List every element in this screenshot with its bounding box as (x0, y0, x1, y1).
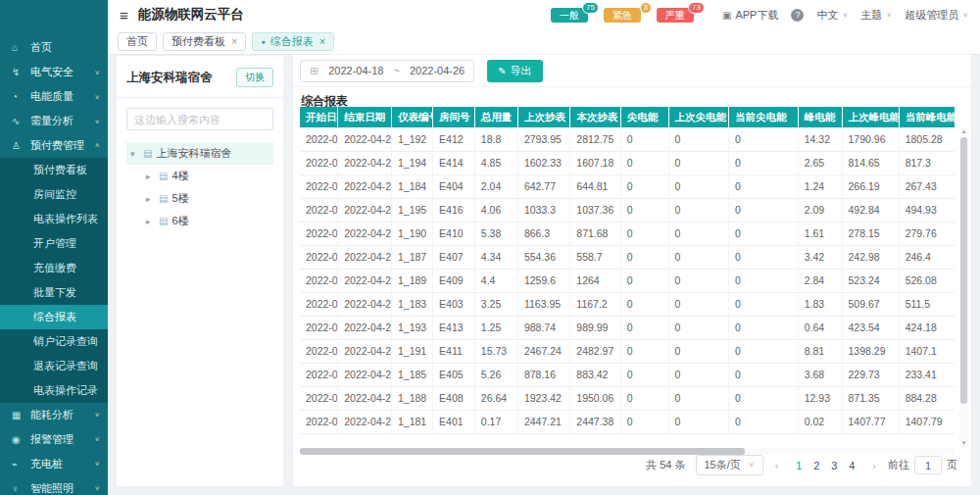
table-cell: 0 (620, 222, 668, 245)
badge-label: 一般 (560, 10, 579, 21)
alarm-badge-严重[interactable]: 严重73 (657, 8, 694, 23)
tree-item-5楼[interactable]: ▸▤5楼 (126, 187, 273, 210)
sidebar-item-电气安全[interactable]: ↯电气安全∨ (0, 60, 108, 84)
vertical-scrollbar[interactable]: ▲ ▼ (959, 127, 968, 447)
sidebar-item-需量分析[interactable]: ∿需量分析∨ (0, 109, 108, 133)
caret-down-icon[interactable]: ▾ (130, 149, 139, 159)
table-cell: 2022-0... (300, 386, 338, 410)
tree-item-4楼[interactable]: ▸▤4楼 (126, 165, 273, 187)
pagination-total: 共 54 条 (646, 458, 685, 472)
switch-button[interactable]: 切换 (236, 68, 273, 87)
help-icon[interactable]: ? (791, 9, 804, 22)
date-range-picker[interactable]: ⊞ 2022-04-18 ~ 2022-04-26 (300, 60, 474, 82)
page-3[interactable]: 3 (825, 460, 843, 471)
menu-toggle-icon[interactable]: ≡ (120, 8, 128, 23)
alarm-badge-紧急[interactable]: 紧急3 (604, 8, 641, 23)
sidebar-item-报警管理[interactable]: ◉报警管理∨ (0, 427, 108, 452)
page-4[interactable]: 4 (843, 460, 860, 471)
table-row: 2022-0...2022-04-26 ...1_183E4033.251163… (300, 292, 955, 316)
building-icon: ▤ (159, 216, 168, 226)
date-end[interactable]: 2022-04-26 (410, 65, 465, 76)
table-cell: 2022-0... (300, 339, 338, 363)
prev-page-button[interactable]: ‹ (773, 460, 781, 471)
table-row: 2022-0...2022-04-26 ...1_184E4042.04642.… (300, 174, 955, 198)
caret-right-icon[interactable]: ▸ (146, 194, 155, 204)
table-cell: 511.5 (899, 292, 955, 316)
tree-item-root[interactable]: ▾ ▤ 上海安科瑞宿舍 (126, 142, 273, 165)
next-page-button[interactable]: › (870, 460, 878, 471)
goto-page-input[interactable] (914, 456, 942, 474)
table-cell: 2812.75 (570, 127, 620, 151)
horizontal-scrollbar[interactable] (300, 448, 955, 455)
alarm-badges: 一般75紧急3严重73 (551, 8, 710, 23)
submenu-item-销户记录查询[interactable]: 销户记录查询 (0, 329, 108, 354)
sidebar-item-充电桩[interactable]: ⌁充电桩∨ (0, 452, 108, 476)
table-cell: E404 (433, 174, 475, 198)
vertical-scrollbar-handle[interactable] (960, 137, 967, 404)
sidebar-item-首页[interactable]: ⌂首页 (0, 35, 108, 60)
sidebar-item-能耗分析[interactable]: ▦能耗分析∨ (0, 403, 108, 427)
language-select[interactable]: 中文 ∨ (816, 8, 848, 23)
tab-首页[interactable]: 首页 (118, 32, 157, 51)
badge-count: 75 (582, 2, 599, 14)
submenu-item-房间监控[interactable]: 房间监控 (0, 182, 108, 207)
table-cell: 12.93 (798, 386, 842, 410)
table-cell: 1_187 (392, 245, 433, 269)
table-cell: 1259.6 (517, 269, 569, 292)
tree-search-input[interactable] (126, 108, 273, 130)
scroll-down-icon[interactable]: ▼ (959, 439, 968, 447)
page-2[interactable]: 2 (808, 460, 825, 471)
submenu-item-预付费看板[interactable]: 预付费看板 (0, 158, 108, 182)
user-name: 超级管理员 (905, 8, 958, 23)
alarm-badge-一般[interactable]: 一般75 (551, 8, 588, 23)
caret-right-icon[interactable]: ▸ (146, 217, 155, 226)
report-panel: ⊞ 2022-04-18 ~ 2022-04-26 ✎ 导出 综合报表 开始日期… (292, 54, 972, 487)
app-download-link[interactable]: ▣ APP下载 (722, 8, 778, 23)
column-header-开始日期: 开始日期 (300, 107, 338, 127)
table-cell: 1033.3 (517, 198, 569, 222)
table-cell: 1790.96 (842, 127, 899, 151)
close-icon[interactable]: × (319, 35, 325, 48)
table-cell: 3.42 (798, 245, 842, 269)
submenu-item-开户管理[interactable]: 开户管理 (0, 231, 108, 256)
sidebar-item-label: 首页 (30, 40, 100, 55)
pagination: 共 54 条 15条/页 ∨ ‹ 1234 › 前往 页 (646, 455, 957, 475)
table-cell: 1_189 (392, 269, 433, 292)
submenu-item-退表记录查询[interactable]: 退表记录查询 (0, 354, 108, 378)
theme-select[interactable]: 主题 ∨ (860, 8, 892, 23)
sidebar-item-智能照明[interactable]: ♀智能照明∨ (0, 476, 108, 495)
tree-item-label: 上海安科瑞宿舍 (156, 146, 231, 161)
horizontal-scrollbar-handle[interactable] (300, 448, 745, 455)
date-start[interactable]: 2022-04-18 (328, 65, 383, 76)
export-button[interactable]: ✎ 导出 (487, 60, 542, 82)
shield-icon: ↯ (12, 67, 25, 77)
submenu-item-批量下发[interactable]: 批量下发 (0, 280, 108, 305)
page-size-select[interactable]: 15条/页 ∨ (696, 455, 763, 475)
caret-right-icon[interactable]: ▸ (146, 172, 155, 181)
sidebar-item-电能质量[interactable]: ◔电能质量∨ (0, 84, 108, 109)
column-header-峰电能: 峰电能 (798, 107, 842, 127)
dot-icon: ● (261, 38, 265, 45)
submenu-item-综合报表[interactable]: 综合报表 (0, 305, 108, 329)
scroll-up-icon[interactable]: ▲ (959, 127, 968, 135)
user-menu[interactable]: 超级管理员 ∨ (905, 8, 968, 23)
submenu-item-电表操作列表[interactable]: 电表操作列表 (0, 207, 108, 231)
submenu-item-充值缴费[interactable]: 充值缴费 (0, 256, 108, 280)
tab-综合报表[interactable]: ●综合报表× (252, 32, 334, 51)
close-icon[interactable]: × (231, 35, 237, 48)
tree-item-6楼[interactable]: ▸▤6楼 (126, 210, 273, 232)
language-label: 中文 (816, 8, 838, 23)
table-cell: 0 (668, 245, 728, 269)
table-cell: 26.64 (474, 386, 517, 410)
table-cell: 1950.06 (570, 386, 620, 410)
submenu-item-电表操作记录[interactable]: 电表操作记录 (0, 378, 108, 403)
table-cell: 0 (668, 174, 728, 198)
table-cell: 871.35 (842, 386, 899, 410)
table-cell: 1.61 (798, 222, 842, 245)
table-cell: 0 (620, 339, 668, 363)
submenu-item-label: 房间监控 (33, 187, 76, 202)
table-cell: 0 (620, 386, 668, 410)
page-1[interactable]: 1 (790, 460, 808, 471)
tab-预付费看板[interactable]: 预付费看板× (163, 32, 246, 51)
sidebar-item-预付费管理[interactable]: ♙预付费管理∧ (0, 133, 108, 158)
